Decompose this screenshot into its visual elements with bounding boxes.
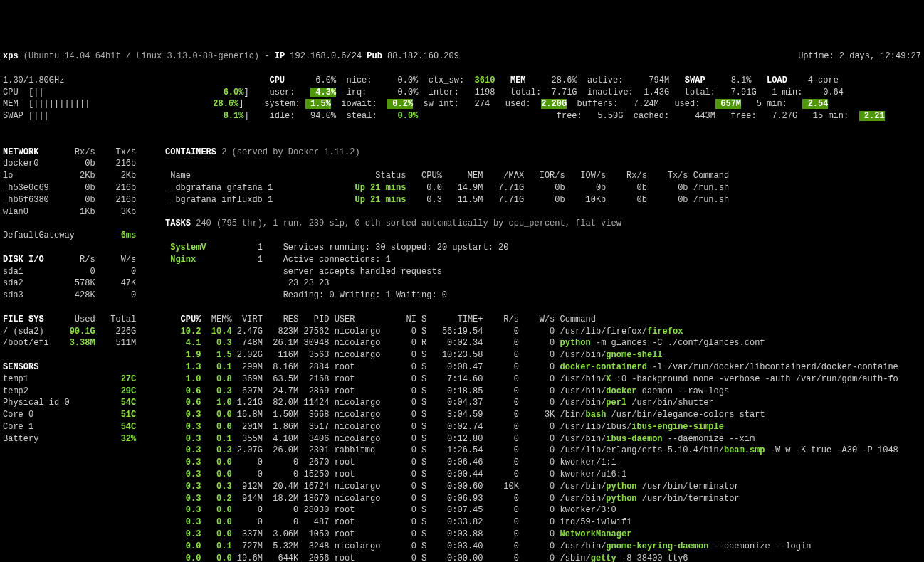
left-panel: NETWORK Rx/s Tx/s docker0 0b 216b lo 2Kb…	[3, 147, 145, 562]
stats-row4: SWAP [||| 8.1%] idle: 94.0% steal: 0.0% …	[3, 110, 921, 122]
main-panel: CONTAINERS 2 (served by Docker 1.11.2) N…	[165, 147, 921, 562]
stats-row: 1.30/1.80GHz CPU 6.0% nice: 0.0% ctx_sw:…	[3, 75, 921, 87]
header-line: xps (Ubuntu 14.04 64bit / Linux 3.13.0-8…	[3, 51, 921, 63]
hostname: xps	[3, 51, 19, 61]
stats-row3: MEM [||||||||||| 28.6%] system: 1.5% iow…	[3, 98, 921, 110]
stats-row2: CPU [|| 6.0%] user: 4.3% irq: 0.0% inter…	[3, 87, 921, 99]
